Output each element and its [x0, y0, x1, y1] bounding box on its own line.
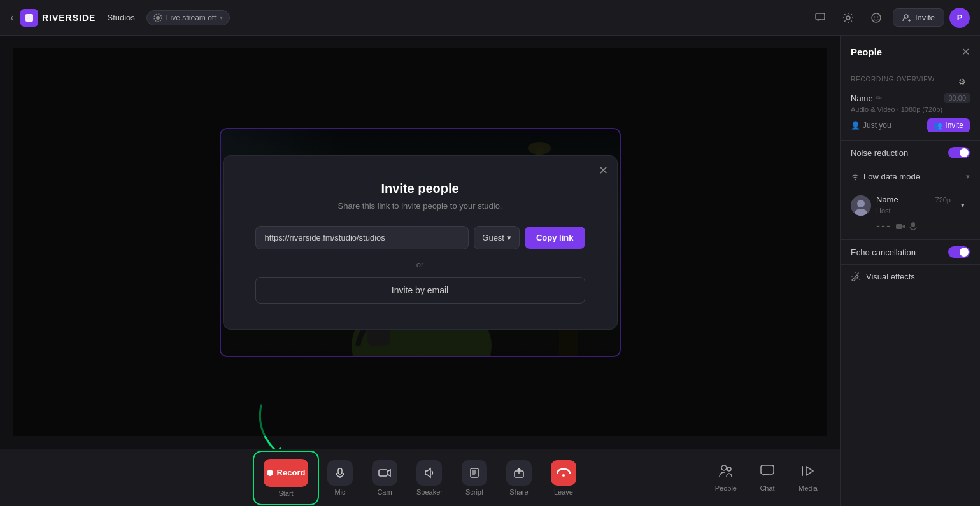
cam-button[interactable]: Cam	[364, 455, 405, 501]
script-button[interactable]: Script	[454, 455, 495, 501]
cam-label: Cam	[377, 488, 392, 496]
just-you-text: 👤 Just you	[851, 121, 891, 130]
record-button[interactable]: Record Start	[256, 454, 316, 502]
svg-rect-3	[816, 13, 825, 20]
speaker-icon	[416, 460, 442, 486]
invite-label: Invite	[915, 13, 935, 22]
invite-modal: ✕ Invite people Share this link to invit…	[223, 155, 618, 330]
low-data-mode-row[interactable]: Low data mode ▾	[841, 165, 980, 188]
recording-overview-section: RECORDING OVERVIEW ⚙ Name ✏ 00:00 Audio …	[841, 66, 980, 141]
just-you-row: 👤 Just you 👥 Invite	[851, 118, 970, 132]
person-plus-small-icon: 👥	[934, 122, 942, 130]
copy-link-button[interactable]: Copy link	[525, 227, 585, 249]
mic-button[interactable]: Mic	[320, 455, 360, 501]
or-divider: or	[255, 260, 585, 269]
modal-close-button[interactable]: ✕	[599, 164, 608, 178]
people-nav-button[interactable]: People	[706, 459, 746, 497]
media-nav-button[interactable]: Media	[789, 459, 827, 497]
back-button[interactable]: ‹	[10, 11, 14, 24]
video-area: ✕ Invite people Share this link to invit…	[0, 36, 840, 449]
record-icon: Record	[264, 459, 308, 487]
wifi-icon	[851, 172, 860, 181]
sidebar-invite-button[interactable]: 👥 Invite	[927, 118, 970, 132]
recording-settings-button[interactable]: ⚙	[955, 74, 970, 89]
svg-rect-43	[896, 224, 902, 229]
live-stream-label: Live stream off	[166, 13, 216, 22]
low-data-mode-left: Low data mode	[851, 172, 920, 181]
invite-by-email-button[interactable]: Invite by email	[255, 277, 585, 304]
user-avatar[interactable]: P	[949, 8, 970, 28]
topbar-left: ‹ RIVERSIDE Studios Live stream off ▾	[10, 9, 801, 27]
modal-title: Invite people	[255, 181, 585, 196]
topbar-right: Invite P	[809, 6, 970, 29]
modal-subtitle: Share this link to invite people to your…	[255, 201, 585, 211]
message-icon	[814, 12, 826, 24]
mic-label: Mic	[334, 488, 345, 496]
edit-icon: ✏	[876, 94, 882, 102]
visual-effects-section: Visual effects	[841, 265, 980, 288]
app-name: RIVERSIDE	[42, 13, 96, 23]
person-plus-icon	[902, 13, 911, 22]
logo-icon	[20, 9, 38, 27]
person-info: Name 720p Host	[876, 195, 951, 216]
logo-area: RIVERSIDE	[20, 9, 96, 27]
visual-effects-row[interactable]: Visual effects	[851, 271, 970, 281]
live-stream-badge[interactable]: Live stream off ▾	[146, 10, 230, 25]
noise-reduction-toggle[interactable]	[948, 147, 970, 158]
person-name-row: Name 720p	[876, 195, 951, 204]
wand-icon	[851, 271, 861, 281]
low-data-mode-label: Low data mode	[863, 172, 920, 181]
video-indicator-icon	[895, 221, 905, 232]
svg-point-4	[846, 16, 850, 20]
invite-link-input[interactable]	[255, 226, 469, 249]
time-badge: 00:00	[944, 93, 970, 103]
person-chevron-button[interactable]: ▾	[956, 199, 970, 213]
person-card: Name 720p Host ▾ ---	[841, 188, 980, 240]
share-icon	[506, 460, 532, 486]
share-label: Share	[509, 488, 528, 496]
noise-reduction-label: Noise reduction	[851, 148, 908, 158]
mic-icon	[327, 460, 353, 486]
person-role: Host	[876, 207, 891, 214]
people-icon	[718, 464, 734, 482]
video-container: ✕ Invite people Share this link to invit…	[13, 48, 827, 436]
speaker-button[interactable]: Speaker	[409, 455, 450, 501]
guest-select[interactable]: Guest ▾	[474, 226, 520, 249]
leave-button[interactable]: Leave	[543, 455, 584, 501]
bottom-controls: Record Start Mic	[256, 454, 584, 502]
script-label: Script	[465, 488, 483, 496]
chat-icon	[760, 464, 775, 482]
right-sidebar: People ✕ RECORDING OVERVIEW ⚙ Name ✏ 00:…	[840, 36, 980, 506]
sidebar-close-button[interactable]: ✕	[962, 46, 970, 58]
svg-point-5	[872, 13, 881, 22]
live-stream-icon	[153, 13, 162, 22]
main-layout: ✕ Invite people Share this link to invit…	[0, 36, 980, 506]
settings-icon-btn[interactable]	[837, 6, 860, 29]
people-label: People	[715, 484, 737, 492]
svg-point-35	[721, 465, 727, 470]
share-button[interactable]: Share	[499, 455, 539, 501]
echo-cancellation-toggle[interactable]	[948, 246, 970, 258]
name-row: Name ✏ 00:00	[851, 93, 970, 103]
invite-button[interactable]: Invite	[893, 8, 944, 27]
avatar-initials: P	[957, 13, 963, 22]
emoji-icon-btn[interactable]	[865, 6, 888, 29]
echo-cancellation-label: Echo cancellation	[851, 248, 916, 257]
chat-icon-btn[interactable]	[809, 6, 832, 29]
svg-point-36	[727, 467, 731, 471]
svg-rect-0	[25, 14, 33, 22]
echo-cancellation-row: Echo cancellation	[841, 240, 980, 265]
invite-overlay: ✕ Invite people Share this link to invit…	[13, 48, 827, 436]
svg-point-34	[562, 474, 565, 477]
record-button-wrapper: Record Start	[256, 454, 316, 502]
gear-icon	[842, 12, 854, 24]
chat-nav-button[interactable]: Chat	[748, 459, 786, 497]
sidebar-header: People ✕	[841, 36, 980, 66]
record-dot	[267, 470, 273, 476]
invite-link-row: Guest ▾ Copy link	[255, 226, 585, 249]
media-label: Media	[799, 484, 818, 492]
script-icon	[462, 460, 487, 486]
section-label: Studios	[102, 13, 139, 22]
toggle-knob	[960, 148, 969, 157]
bottom-bar: Record Start Mic	[0, 449, 840, 506]
